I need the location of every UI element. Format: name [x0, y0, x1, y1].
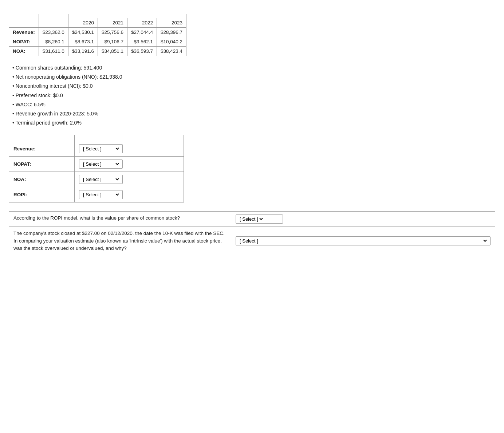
year-header-2023: 2023	[157, 18, 186, 28]
forecast-value-2022: $9,562.1	[127, 37, 157, 47]
forecast-value-2023: $10,040.2	[157, 37, 186, 47]
additional-list: Common shares outstanding: 591.400Net no…	[9, 63, 495, 127]
list-item: Preferred stock: $0.0	[12, 91, 495, 100]
answer-select-0[interactable]: [ Select ]	[238, 216, 264, 222]
year-header-2021: 2021	[98, 18, 127, 28]
terminal-row-label: NOA:	[9, 172, 75, 187]
reported-col-header	[39, 14, 68, 28]
year-header-2022: 2022	[127, 18, 157, 28]
terminal-period-header	[75, 135, 184, 141]
forecast-value-2021: $9,106.7	[98, 37, 127, 47]
terminal-select[interactable]: [ Select ]	[82, 176, 120, 182]
terminal-row: Revenue:[ Select ]	[9, 141, 184, 157]
list-item: Common shares outstanding: 591.400	[12, 63, 495, 72]
terminal-select[interactable]: [ Select ]	[82, 192, 120, 198]
forecast-value-2023: $28,396.7	[157, 28, 186, 37]
year-header-2020: 2020	[68, 18, 98, 28]
forecast-value-2022: $36,593.7	[127, 47, 157, 56]
terminal-select-cell[interactable]: [ Select ]	[75, 187, 184, 202]
reported-value: $31,611.0	[39, 47, 68, 56]
additional-info: Common shares outstanding: 591.400Net no…	[9, 63, 495, 127]
terminal-select-cell[interactable]: [ Select ]	[75, 172, 184, 187]
terminal-row-label: Revenue:	[9, 141, 75, 157]
list-item: Revenue growth in 2020-2023: 5.0%	[12, 109, 495, 118]
reported-value: $23,362.0	[39, 28, 68, 37]
list-item: WACC: 6.5%	[12, 100, 495, 109]
table-row: Revenue:$23,362.0$24,530.1$25,756.6$27,0…	[9, 28, 186, 37]
answer-row: According to the ROPI model, what is the…	[9, 212, 495, 227]
reported-value: $8,260.1	[39, 37, 68, 47]
terminal-unit-label	[9, 135, 75, 141]
question-text: According to the ROPI model, what is the…	[9, 212, 231, 227]
terminal-select[interactable]: [ Select ]	[82, 161, 120, 167]
answer-row: The company's stock closed at $227.00 on…	[9, 227, 495, 255]
row-label: NOA:	[9, 47, 39, 56]
answer-select-cell[interactable]: [ Select ]	[231, 212, 495, 227]
table-row: NOA:$31,611.0$33,191.6$34,851.1$36,593.7…	[9, 47, 186, 56]
forecast-value-2020: $33,191.6	[68, 47, 98, 56]
table-row: NOPAT:$8,260.1$8,673.1$9,106.7$9,562.1$1…	[9, 37, 186, 47]
terminal-row: NOPAT:[ Select ]	[9, 157, 184, 172]
list-item: Terminal period growth: 2.0%	[12, 118, 495, 127]
row-label: NOPAT:	[9, 37, 39, 47]
answer-select-cell[interactable]: [ Select ]	[231, 227, 495, 255]
answer-body: According to the ROPI model, what is the…	[9, 212, 495, 255]
terminal-body: Revenue:[ Select ]NOPAT:[ Select ]NOA:[ …	[9, 141, 184, 202]
forecast-value-2020: $24,530.1	[68, 28, 98, 37]
forecast-value-2022: $27,044.4	[127, 28, 157, 37]
terminal-row: ROPI:[ Select ]	[9, 187, 184, 202]
answer-select-1[interactable]: [ Select ]	[238, 238, 488, 244]
forecast-value-2020: $8,673.1	[68, 37, 98, 47]
terminal-row-label: ROPI:	[9, 187, 75, 202]
row-label: Revenue:	[9, 28, 39, 37]
terminal-row: NOA:[ Select ]	[9, 172, 184, 187]
forecast-value-2021: $34,851.1	[98, 47, 127, 56]
terminal-select[interactable]: [ Select ]	[82, 146, 120, 152]
terminal-select-cell[interactable]: [ Select ]	[75, 157, 184, 172]
forecast-value-2023: $38,423.4	[157, 47, 186, 56]
question-text: The company's stock closed at $227.00 on…	[9, 227, 231, 255]
forecast-table: 2020202120222023 Revenue:$23,362.0$24,53…	[9, 14, 186, 56]
answer-table: According to the ROPI model, what is the…	[9, 211, 495, 255]
forecast-value-2021: $25,756.6	[98, 28, 127, 37]
list-item: Noncontrolling interest (NCI): $0.0	[12, 82, 495, 91]
horizon-header	[68, 14, 186, 18]
list-item: Net nonoperating obligations (NNO): $21,…	[12, 72, 495, 82]
terminal-select-cell[interactable]: [ Select ]	[75, 141, 184, 157]
unit-label	[9, 14, 39, 28]
terminal-table: Revenue:[ Select ]NOPAT:[ Select ]NOA:[ …	[9, 135, 184, 202]
forecast-body: Revenue:$23,362.0$24,530.1$25,756.6$27,0…	[9, 28, 186, 56]
terminal-row-label: NOPAT:	[9, 157, 75, 172]
